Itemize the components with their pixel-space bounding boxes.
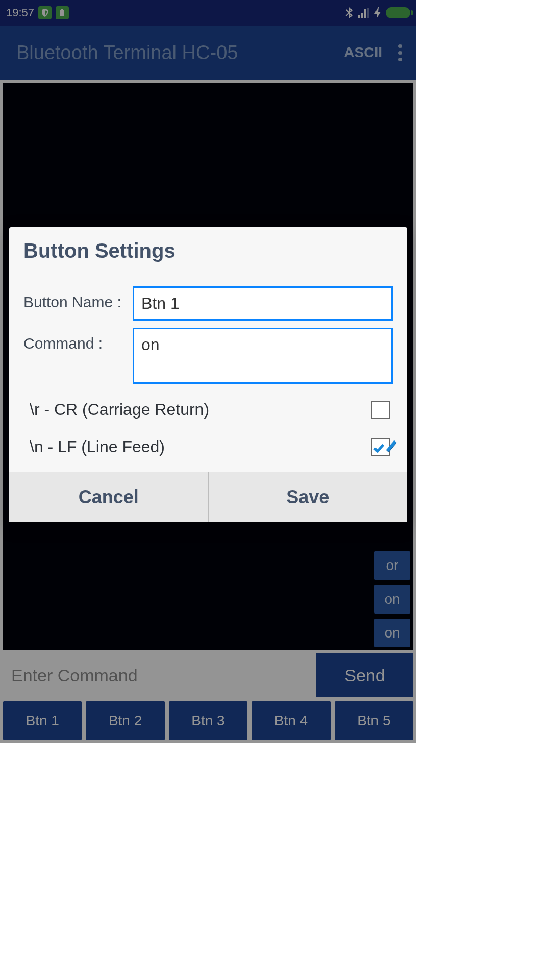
dialog-title: Button Settings — [23, 239, 393, 262]
cancel-button[interactable]: Cancel — [9, 472, 209, 522]
button-name-input[interactable] — [133, 286, 393, 321]
button-settings-dialog: Button Settings Button Name : Command : … — [9, 227, 407, 522]
button-name-label: Button Name : — [23, 286, 133, 311]
lf-checkbox-label: \n - LF (Line Feed) — [30, 437, 165, 456]
save-button[interactable]: Save — [209, 472, 408, 522]
command-textarea[interactable] — [133, 328, 393, 384]
cr-checkbox-label: \r - CR (Carriage Return) — [30, 400, 209, 419]
lf-checkbox[interactable] — [371, 438, 390, 456]
command-label: Command : — [23, 328, 133, 352]
cr-checkbox[interactable] — [371, 401, 390, 419]
